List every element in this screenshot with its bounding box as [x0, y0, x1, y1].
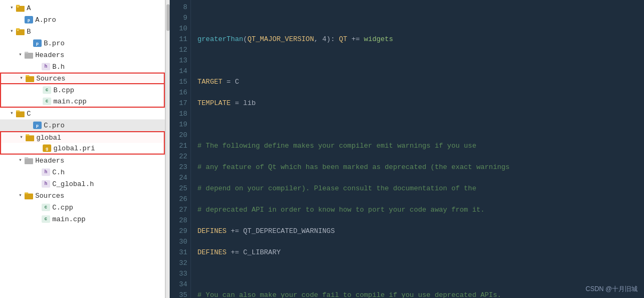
cpp-bm-icon: c [43, 97, 51, 106]
tree-label-a: A [27, 4, 165, 12]
tree-scrollbar[interactable] [165, 0, 170, 298]
tree-item-b-sources[interactable]: Sources [0, 73, 165, 84]
tree-item-c-sources[interactable]: Sources [0, 190, 165, 202]
arrow-b [9, 28, 15, 35]
svg-rect-3 [17, 6, 19, 7]
folder-b-icon [16, 27, 25, 36]
code-line-14: # The following define makes your compil… [197, 141, 644, 151]
folder-bh-icon [25, 51, 33, 59]
arrow-c-headers [17, 157, 23, 164]
tree-label-b-sources: Sources [36, 75, 164, 83]
tree-label-b-pro: B.pro [44, 39, 165, 47]
tree-item-b[interactable]: B [0, 26, 165, 37]
arrow-b-headers [17, 52, 23, 58]
tree-item-c-cpp[interactable]: c C.cpp [0, 202, 165, 213]
watermark: CSDN @十月旧城 [585, 285, 638, 294]
svg-rect-5 [16, 28, 20, 30]
folder-a-icon [16, 4, 25, 12]
tree-item-a-pro[interactable]: p A.pro [0, 14, 165, 26]
folder-c-icon [16, 109, 25, 118]
tree-label-c-headers: Headers [35, 157, 165, 165]
tree-label-b-h: B.h [52, 63, 165, 71]
code-line-8 [197, 13, 644, 23]
tree-item-b-pro[interactable]: p B.pro [0, 37, 165, 49]
arrow-c-sources [17, 192, 23, 199]
tree-item-c-headers[interactable]: Headers [0, 155, 165, 166]
svg-rect-14 [26, 134, 29, 136]
folder-bs-icon [26, 74, 34, 83]
tree-label-global-pri: global.pri [53, 144, 164, 152]
code-line-15: # any feature of Qt which has been marke… [197, 162, 644, 173]
h-cg-icon: h [42, 180, 50, 188]
tree-label-c: C [27, 110, 165, 118]
svg-rect-6 [17, 30, 19, 31]
tree-label-c-pro: C.pro [44, 122, 165, 130]
tree-label-b-cpp: B.cpp [53, 86, 164, 94]
tree-label-global: global [36, 134, 164, 142]
svg-rect-12 [16, 110, 20, 112]
folder-ch-icon [25, 156, 33, 165]
tree-label-a-pro: A.pro [35, 16, 165, 24]
tree-label-c-sources: Sources [35, 192, 165, 200]
tree-item-c-pro[interactable]: p C.pro [0, 119, 165, 131]
tree-item-b-cpp[interactable]: c B.cpp [0, 84, 165, 96]
arrow-b-sources [18, 75, 25, 82]
tree-item-b-headers[interactable]: Headers [0, 49, 165, 61]
h-b-icon: h [42, 62, 50, 71]
tree-scrollbar-thumb[interactable] [166, 4, 170, 31]
tree-label-c-cpp: C.cpp [52, 204, 165, 212]
pro-c-icon: p [33, 121, 42, 130]
arrow-a [9, 5, 15, 11]
tree-label-b: B [27, 28, 165, 36]
code-editor: 8 9 10 11 12 13 14 15 16 17 18 19 20 21 … [170, 0, 644, 298]
code-line-9: greaterThan(QT_MAJOR_VERSION, 4): QT += … [197, 34, 644, 45]
tree-item-b-main[interactable]: c main.cpp [0, 96, 165, 108]
tree-label-c-h: C.h [52, 168, 165, 176]
tree-item-global-pri[interactable]: g global.pri [0, 143, 165, 155]
tree-item-a[interactable]: A [0, 2, 165, 14]
tree-item-c[interactable]: C [0, 108, 165, 119]
cpp-b-icon: c [43, 86, 51, 94]
svg-rect-15 [25, 158, 33, 164]
svg-rect-8 [25, 52, 28, 53]
svg-rect-18 [25, 192, 28, 194]
svg-rect-13 [26, 135, 34, 141]
pro-b-icon: p [33, 39, 42, 47]
tree-item-c-global-h[interactable]: h C_global.h [0, 178, 165, 190]
tree-item-c-h[interactable]: h C.h [0, 166, 165, 178]
tree-label-c-main: main.cpp [52, 215, 165, 223]
tree-label-b-headers: Headers [35, 51, 165, 59]
svg-rect-10 [26, 75, 29, 77]
svg-rect-17 [25, 194, 33, 199]
code-line-13 [197, 119, 644, 130]
tree-item-global[interactable]: global [0, 131, 165, 143]
folder-cs-icon [25, 191, 33, 200]
code-line-19: DEFINES += C_LIBRARY [197, 247, 644, 258]
code-line-17: # deprecated API in order to know how to… [197, 205, 644, 215]
code-line-20 [197, 269, 644, 279]
code-line-10 [197, 55, 644, 66]
tree-item-c-main[interactable]: c main.cpp [0, 213, 165, 225]
file-tree[interactable]: A p A.pro B p B.pro Headers h B.h [0, 0, 165, 298]
code-lines[interactable]: greaterThan(QT_MAJOR_VERSION, 4): QT += … [191, 0, 644, 298]
code-line-11: TARGET = C [197, 77, 644, 87]
arrow-c [9, 110, 15, 117]
svg-rect-11 [16, 111, 25, 117]
tree-item-b-h[interactable]: h B.h [0, 61, 165, 73]
svg-rect-7 [25, 53, 33, 59]
svg-rect-2 [16, 5, 20, 6]
line-numbers: 8 9 10 11 12 13 14 15 16 17 18 19 20 21 … [170, 0, 191, 298]
pro-a-icon: p [25, 15, 33, 24]
cpp-cm-icon: c [42, 215, 50, 223]
svg-rect-9 [26, 76, 34, 82]
arrow-global [18, 134, 25, 141]
code-line-12: TEMPLATE = lib [197, 98, 644, 109]
tree-label-b-main: main.cpp [53, 98, 164, 106]
code-line-18: DEFINES += QT_DEPRECATED_WARNINGS [197, 226, 644, 237]
cpp-c-icon: c [42, 203, 50, 212]
folder-global-icon [26, 133, 34, 142]
code-line-16: # depend on your compiler). Please consu… [197, 183, 644, 194]
svg-rect-16 [25, 157, 28, 159]
h-c-icon: h [42, 168, 50, 176]
code-line-21: # You can also make your code fail to co… [197, 290, 644, 298]
